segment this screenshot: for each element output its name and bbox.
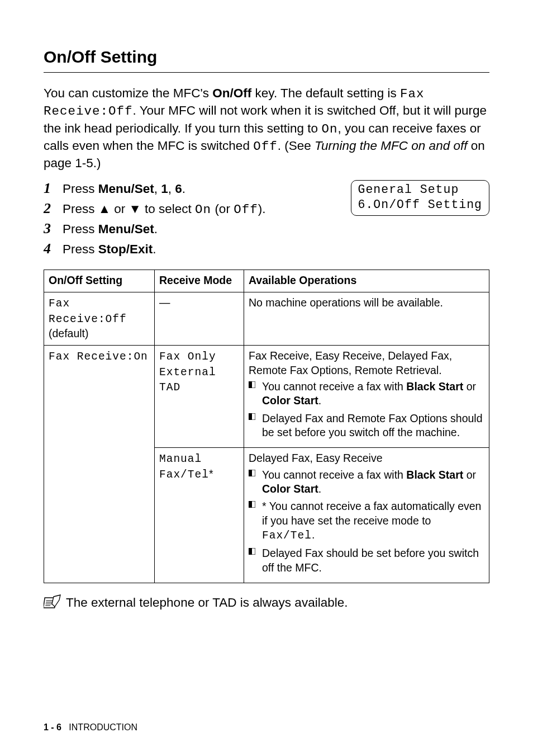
chapter-label: INTRODUCTION: [69, 722, 137, 732]
b: 1: [161, 182, 168, 196]
mono-line: Fax Only: [159, 351, 216, 363]
step-num: 2: [44, 199, 63, 218]
step-num: 4: [44, 239, 63, 258]
th-setting: On/Off Setting: [44, 270, 155, 292]
t: Press: [63, 182, 98, 196]
cell-mode: —: [155, 292, 244, 346]
cell-ops: Fax Receive, Easy Receive, Delayed Fax, …: [244, 346, 489, 448]
note-block: The external telephone or TAD is always …: [44, 594, 489, 611]
lcd-line: General Setup: [358, 182, 482, 197]
bullet-text: You cannot receive a fax with Black Star…: [262, 380, 484, 408]
step-2: 2 Press ▲ or ▼ to select On (or Off).: [44, 199, 344, 218]
t: .: [182, 182, 185, 196]
ops-intro: Delayed Fax, Easy Receive: [249, 451, 484, 465]
th-ops: Available Operations: [244, 270, 489, 292]
note-icon: [44, 594, 61, 610]
step-text: Press Stop/Exit.: [63, 241, 344, 257]
bullet-list: You cannot receive a fax with Black Star…: [249, 380, 484, 440]
step-4: 4 Press Stop/Exit.: [44, 239, 344, 258]
t: You cannot receive a fax with: [262, 469, 406, 481]
step-text: Press Menu/Set, 1, 6.: [63, 181, 344, 197]
default-label: (default): [49, 327, 89, 339]
steps-list: 1 Press Menu/Set, 1, 6. 2 Press ▲ or ▼ t…: [44, 179, 344, 259]
svg-rect-9: [249, 548, 252, 555]
mono-line: Fax/Tel: [159, 469, 209, 481]
table-row: Fax Receive:Off (default) — No machine o…: [44, 292, 489, 346]
cell-setting: Fax Receive:Off (default): [44, 292, 155, 346]
t: ,: [168, 182, 175, 196]
square-bullet-icon: [249, 412, 262, 440]
mono: Fax/Tel: [262, 530, 312, 542]
svg-rect-5: [249, 470, 252, 476]
page-footer: 1 - 6 INTRODUCTION: [44, 722, 137, 734]
t: or: [463, 380, 476, 393]
bullet-text: You cannot receive a fax with Black Star…: [262, 468, 484, 497]
t: .: [153, 242, 156, 256]
mono: On: [321, 122, 337, 136]
bullet-text: * You cannot receive a fax automatically…: [262, 499, 484, 543]
note-text: The external telephone or TAD is always …: [66, 594, 348, 611]
t: Press ▲ or ▼ to select: [63, 202, 195, 216]
xref: Turning the MFC on and off: [315, 139, 467, 153]
t: .: [318, 394, 321, 407]
ops-intro: Fax Receive, Easy Receive, Delayed Fax, …: [249, 349, 484, 377]
mono: Off: [253, 139, 278, 154]
table-header-row: On/Off Setting Receive Mode Available Op…: [44, 270, 489, 292]
t: ).: [258, 202, 266, 216]
square-bullet-icon: [249, 546, 262, 575]
b: Stop/Exit: [98, 242, 153, 256]
mono: Fax Receive:On: [49, 351, 148, 363]
lcd-display: General Setup 6.On/Off Setting: [351, 180, 489, 216]
bullet-text: Delayed Fax and Remote Fax Options shoul…: [262, 412, 484, 440]
b: 6: [175, 182, 182, 196]
t: You can customize the MFC's: [44, 86, 212, 100]
square-bullet-icon: [249, 468, 262, 497]
bullet-list: You cannot receive a fax with Black Star…: [249, 468, 484, 575]
mono: On: [195, 202, 211, 217]
mono-line: Manual: [159, 453, 202, 465]
svg-rect-1: [249, 381, 252, 388]
asterisk: *: [209, 467, 213, 480]
mono: Off: [234, 202, 258, 217]
step-num: 3: [44, 219, 63, 238]
bullet-text: Delayed Fax should be set before you swi…: [262, 546, 484, 575]
t: You cannot receive a fax with: [262, 380, 406, 393]
t: (or: [211, 202, 234, 216]
square-bullet-icon: [249, 499, 262, 543]
t: key. The default setting is: [251, 86, 400, 100]
th-mode: Receive Mode: [155, 270, 244, 292]
intro-paragraph: You can customize the MFC's On/Off key. …: [44, 85, 489, 171]
t: . (See: [278, 139, 315, 153]
lcd-line: 6.On/Off Setting: [358, 197, 482, 212]
cell-mode: Fax Only External TAD: [155, 346, 244, 448]
list-item: You cannot receive a fax with Black Star…: [249, 380, 484, 408]
mono: Fax Receive:Off: [49, 297, 127, 325]
svg-rect-7: [249, 501, 252, 508]
b: Menu/Set: [98, 222, 154, 236]
t: * You cannot receive a fax automatically…: [262, 500, 481, 526]
b: Color Start: [262, 394, 318, 407]
list-item: * You cannot receive a fax automatically…: [249, 499, 484, 543]
cell-mode: Manual Fax/Tel*: [155, 448, 244, 583]
list-item: Delayed Fax and Remote Fax Options shoul…: [249, 412, 484, 440]
t: .: [318, 483, 321, 495]
step-3: 3 Press Menu/Set.: [44, 219, 344, 238]
cell-ops: No machine operations will be available.: [244, 292, 489, 346]
operations-table: On/Off Setting Receive Mode Available Op…: [44, 270, 489, 583]
t: or: [463, 469, 476, 481]
b: Black Start: [406, 469, 463, 481]
mono-line: External TAD: [159, 366, 216, 394]
cell-ops: Delayed Fax, Easy Receive You cannot rec…: [244, 448, 489, 583]
list-item: You cannot receive a fax with Black Star…: [249, 468, 484, 497]
t: Press: [63, 242, 98, 256]
b: Black Start: [406, 380, 463, 393]
table-row: Fax Receive:On Fax Only External TAD Fax…: [44, 346, 489, 448]
step-text: Press ▲ or ▼ to select On (or Off).: [63, 201, 344, 218]
b: Menu/Set: [98, 182, 154, 196]
t: .: [154, 222, 158, 236]
page-number: 1 - 6: [44, 722, 61, 732]
square-bullet-icon: [249, 380, 262, 408]
t: .: [312, 528, 315, 541]
step-num: 1: [44, 179, 63, 198]
step-1: 1 Press Menu/Set, 1, 6.: [44, 179, 344, 198]
